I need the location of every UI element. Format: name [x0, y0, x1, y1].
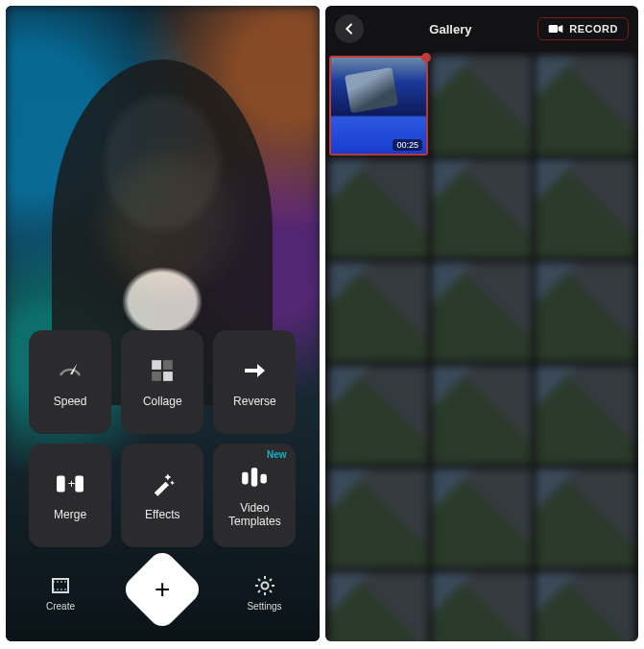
gear-icon	[253, 574, 276, 597]
svg-rect-3	[163, 372, 173, 381]
gallery-pane: Gallery RECORD 00:25	[325, 6, 639, 641]
home-pane: Speed Collage Reverse + Merge	[6, 6, 320, 641]
record-button[interactable]: RECORD	[537, 17, 629, 40]
back-button[interactable]	[335, 14, 364, 43]
tile-label: Reverse	[233, 395, 276, 408]
svg-text:+: +	[68, 476, 76, 491]
feature-tiles: Speed Collage Reverse + Merge	[29, 330, 297, 547]
tile-label: Merge	[54, 508, 86, 521]
gallery-thumb[interactable]	[329, 366, 429, 466]
gallery-thumb[interactable]	[536, 572, 635, 642]
settings-button[interactable]: Settings	[239, 574, 291, 612]
gallery-thumb[interactable]	[536, 366, 635, 466]
templates-icon	[240, 463, 269, 492]
gallery-thumb[interactable]	[536, 469, 635, 568]
gallery-thumb[interactable]	[329, 262, 429, 362]
svg-rect-8	[251, 468, 257, 486]
svg-rect-7	[243, 471, 249, 484]
record-label: RECORD	[569, 23, 618, 35]
selection-indicator	[421, 53, 431, 62]
gallery-thumb[interactable]	[536, 159, 635, 259]
svg-rect-0	[152, 360, 161, 370]
svg-point-13	[261, 582, 268, 589]
add-button[interactable]: +	[120, 547, 204, 632]
svg-rect-6	[75, 475, 83, 492]
plus-icon: +	[155, 576, 170, 603]
tile-label: Collage	[143, 395, 182, 408]
collage-tile[interactable]: Collage	[121, 330, 203, 434]
gallery-thumb[interactable]	[536, 262, 635, 362]
reverse-icon	[240, 356, 269, 385]
filmstrip-icon	[49, 574, 72, 597]
gallery-thumb[interactable]	[432, 572, 532, 642]
gallery-grid: 00:25	[325, 52, 639, 641]
gallery-thumb[interactable]	[536, 56, 635, 156]
thumb-duration: 00:25	[393, 139, 422, 151]
gallery-thumb-selected[interactable]: 00:25	[329, 56, 429, 156]
video-templates-tile[interactable]: New Video Templates	[213, 444, 296, 547]
svg-rect-1	[163, 360, 173, 370]
gallery-title: Gallery	[364, 22, 538, 36]
svg-rect-9	[261, 473, 267, 483]
gallery-top-bar: Gallery RECORD	[325, 6, 639, 52]
speed-icon	[56, 356, 84, 385]
effects-tile[interactable]: Effects	[121, 444, 203, 547]
gallery-thumb[interactable]	[432, 56, 532, 156]
camera-icon	[548, 23, 563, 35]
gallery-thumb[interactable]	[329, 572, 429, 642]
gallery-thumb[interactable]	[329, 159, 429, 259]
tile-label: Video Templates	[213, 501, 296, 529]
tile-label: Speed	[54, 395, 87, 408]
bottom-label: Settings	[247, 601, 281, 612]
speed-tile[interactable]: Speed	[29, 330, 111, 434]
svg-rect-14	[549, 25, 558, 33]
effects-icon	[148, 469, 177, 498]
gallery-thumb[interactable]	[329, 469, 429, 568]
merge-icon: +	[56, 469, 84, 498]
merge-tile[interactable]: + Merge	[29, 444, 111, 547]
tile-label: Effects	[145, 508, 179, 521]
reverse-tile[interactable]: Reverse	[213, 330, 296, 434]
create-button[interactable]: Create	[35, 574, 86, 612]
svg-rect-4	[57, 475, 65, 492]
gallery-thumb[interactable]	[432, 262, 532, 362]
collage-icon	[148, 356, 177, 385]
gallery-thumb[interactable]	[432, 469, 532, 568]
gallery-thumb[interactable]	[432, 366, 532, 466]
gallery-thumb[interactable]	[432, 159, 532, 259]
bottom-bar: Create + Settings	[6, 553, 320, 641]
svg-rect-10	[53, 579, 68, 592]
chevron-left-icon	[342, 21, 357, 36]
svg-rect-2	[152, 372, 161, 381]
bottom-label: Create	[46, 601, 75, 612]
new-badge: New	[267, 449, 287, 460]
